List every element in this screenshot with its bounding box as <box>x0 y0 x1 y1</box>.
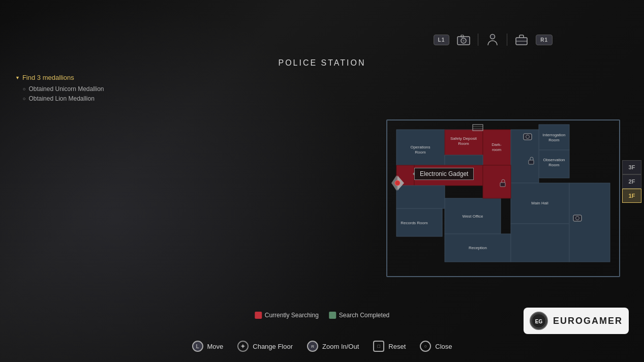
svg-rect-40 <box>524 134 532 140</box>
svg-rect-21 <box>569 183 610 262</box>
bottom-controls: L Move ✦ Change Floor R Zoom In/Out □ Re… <box>192 341 452 352</box>
camera-icon <box>454 31 473 49</box>
svg-rect-11 <box>539 125 569 150</box>
legend-completed: Search Completed <box>329 312 389 319</box>
svg-rect-2 <box>461 35 464 37</box>
objectives-header: Find 3 medallions <box>15 74 104 81</box>
objectives-panel: Find 3 medallions Obtained Unicorn Medal… <box>15 74 104 105</box>
floor-selector: 3F 2F 1F <box>622 160 641 203</box>
svg-point-4 <box>490 35 495 39</box>
person-icon <box>483 31 502 49</box>
floor-3f-button[interactable]: 3F <box>622 160 641 174</box>
square-btn-icon: □ <box>373 341 384 352</box>
map-legend: Currently Searching Search Completed <box>255 312 389 319</box>
top-icons-row: L1 R1 <box>434 31 553 49</box>
change-floor-icon: ✦ <box>237 341 249 352</box>
svg-text:room: room <box>492 147 502 152</box>
svg-text:Main Hall: Main Hall <box>531 201 548 205</box>
svg-text:Safety Deposit: Safety Deposit <box>450 136 477 141</box>
floor-1f-button[interactable]: 1F <box>622 189 641 203</box>
svg-text:Room: Room <box>548 138 560 142</box>
move-control: L Move <box>192 341 223 352</box>
svg-text:Dark-: Dark- <box>492 142 502 147</box>
searching-label: Currently Searching <box>265 312 319 319</box>
map-tooltip: Electronic Gadget <box>414 168 474 180</box>
searching-dot <box>255 312 262 319</box>
move-label: Move <box>207 343 223 350</box>
briefcase-icon <box>512 31 531 49</box>
ops-room-label: Operations <box>410 145 430 149</box>
circle-btn-icon: ○ <box>420 341 431 352</box>
r-stick-icon: R <box>307 341 318 352</box>
svg-rect-20 <box>511 224 569 262</box>
zoom-label: Zoom In/Out <box>322 343 359 350</box>
svg-point-46 <box>395 180 400 186</box>
close-label: Close <box>435 343 452 350</box>
completed-label: Search Completed <box>339 312 389 319</box>
legend-searching: Currently Searching <box>255 312 319 319</box>
svg-text:Room: Room <box>458 141 469 146</box>
map-container: Electronic Gadget .room-dark { fill: #2a… <box>386 119 620 277</box>
eurogamer-logo: EG <box>530 312 548 330</box>
change-floor-control: ✦ Change Floor <box>237 341 293 352</box>
svg-rect-43 <box>573 215 581 221</box>
floor-2f-button[interactable]: 2F <box>622 174 641 189</box>
map-svg: .room-dark { fill: #2a3a4a; stroke: #3a4… <box>386 119 620 277</box>
close-control: ○ Close <box>420 341 452 352</box>
r1-badge: R1 <box>536 35 553 45</box>
svg-rect-10 <box>445 155 483 165</box>
svg-text:Interrogation: Interrogation <box>543 133 566 137</box>
svg-rect-23 <box>483 165 511 198</box>
l1-badge: L1 <box>434 35 450 45</box>
svg-rect-42 <box>529 160 534 164</box>
station-title: Police Station <box>278 58 365 68</box>
objective-item-1: Obtained Unicorn Medallion <box>15 85 104 93</box>
eurogamer-text: EUROGAMER <box>553 316 623 326</box>
svg-text:EG: EG <box>535 319 543 324</box>
svg-text:West Office: West Office <box>462 214 483 219</box>
zoom-control: R Zoom In/Out <box>307 341 359 352</box>
svg-rect-22 <box>396 186 445 208</box>
svg-point-3 <box>463 40 465 42</box>
change-floor-label: Change Floor <box>253 343 293 350</box>
svg-rect-45 <box>500 183 505 187</box>
top-bar: L1 R1 <box>0 0 644 58</box>
svg-text:Observation: Observation <box>543 158 565 162</box>
completed-dot <box>329 312 336 319</box>
l-stick-icon: L <box>192 341 203 352</box>
svg-text:Reception: Reception <box>469 246 487 250</box>
svg-text:Records Room: Records Room <box>401 221 428 225</box>
reset-control: □ Reset <box>373 341 406 352</box>
reset-label: Reset <box>388 343 406 350</box>
eurogamer-watermark: EG EUROGAMER <box>524 308 629 334</box>
objective-item-2: Obtained Lion Medallion <box>15 95 104 102</box>
svg-text:Room: Room <box>548 163 560 167</box>
svg-text:Room: Room <box>415 150 426 155</box>
